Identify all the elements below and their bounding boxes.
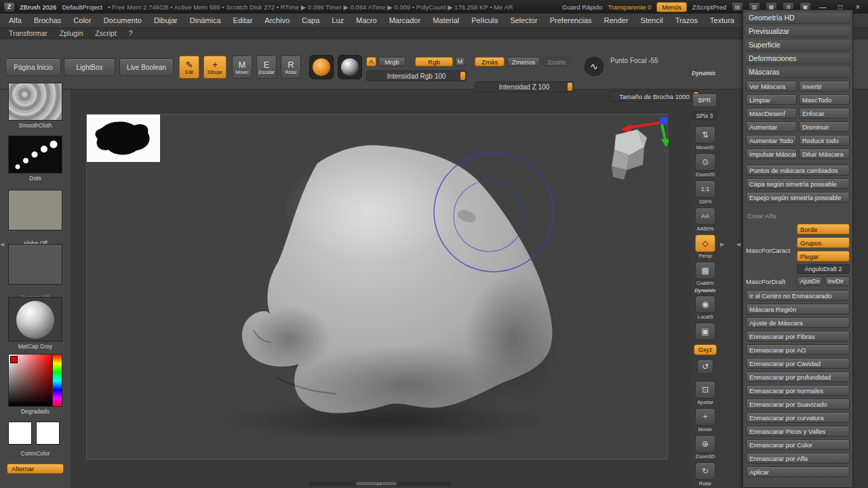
texture-thumbnail[interactable] — [8, 244, 62, 285]
m-toggle-button[interactable]: M — [455, 57, 465, 66]
brush-selector[interactable]: SmoothCloth — [8, 83, 62, 129]
limpiar-button[interactable]: Limpiar — [746, 94, 797, 105]
diluir-mascara-button[interactable]: Diluir Máscara — [799, 148, 850, 159]
alpha-thumbnail[interactable] — [8, 190, 62, 230]
enfocar-button[interactable]: Enfocar — [799, 108, 850, 119]
canvas-background[interactable] — [71, 89, 692, 488]
horizontal-scrollbar[interactable]: ▴▾ — [309, 481, 451, 486]
espejo-simetria-poseable-button[interactable]: Espejo según simetría poseable — [746, 192, 850, 203]
rgb-intensity-handle[interactable] — [460, 72, 465, 80]
tray-divider-arrow[interactable]: ◀ — [736, 241, 741, 247]
sculpt-viewport[interactable] — [87, 115, 669, 460]
menu-brochas[interactable]: Brochas — [28, 16, 67, 24]
stroke-selector[interactable]: Dots — [8, 136, 62, 182]
masctodo-button[interactable]: MascTodo — [799, 94, 850, 105]
main-color-swatch[interactable] — [8, 422, 32, 445]
ajusdir-button[interactable]: AjusDir — [797, 277, 823, 286]
aumentar-todo-button[interactable]: Aumentar Todo — [746, 135, 797, 146]
zcut-button[interactable]: Zcorte — [542, 57, 571, 66]
brush-thumbnail[interactable] — [8, 83, 62, 121]
disminuir-button[interactable]: Disminuir — [799, 121, 850, 132]
enmascarar-suavizado-button[interactable]: Enmascarar por Suavizado — [746, 399, 850, 409]
enmascarar-curvatura-button[interactable]: Enmascarar por curvatura — [746, 412, 850, 423]
menu-luz[interactable]: Luz — [326, 16, 350, 24]
alternate-button[interactable]: Alternar — [7, 464, 64, 474]
secondary-color-swatch[interactable] — [36, 422, 60, 445]
menu-pelicula[interactable]: Película — [465, 16, 504, 24]
close-button[interactable]: × — [852, 2, 864, 12]
enmascarar-alfa-button[interactable]: Enmascarar por Alfa — [746, 453, 850, 464]
move-mode-button[interactable]: M Mover — [232, 56, 252, 79]
menu-color[interactable]: Color — [67, 16, 97, 24]
bpr-render-button[interactable]: BPR — [692, 94, 717, 107]
rgb-button[interactable]: Rgb — [415, 57, 453, 66]
menu-render[interactable]: Render — [598, 16, 635, 24]
scale-mode-button[interactable]: E Escalar — [256, 56, 277, 79]
stroke-thumbnail[interactable] — [8, 136, 62, 174]
focal-shift-slider[interactable]: Punto Focal -55 — [610, 57, 658, 64]
menu-help[interactable]: ? — [123, 29, 139, 37]
material-thumbnail[interactable] — [8, 297, 62, 342]
layout-grid-icon[interactable]: ▤ — [732, 2, 743, 12]
zoom2d-button[interactable]: ⊙ Zoom2D — [692, 153, 719, 178]
menu-zscript[interactable]: Zscript — [89, 29, 123, 37]
color-picker[interactable]: Degradado — [8, 354, 62, 415]
menu-preferencias[interactable]: Preferencias — [544, 16, 598, 24]
switch-color-label[interactable]: ConmColor — [8, 449, 62, 457]
enmascarar-color-button[interactable]: Enmascarar por Color — [746, 439, 850, 450]
z-intensity-slider[interactable]: Intensidad Z 100 — [475, 81, 574, 92]
draw-mode-button[interactable]: + Dibujar — [203, 56, 226, 79]
zadd-button[interactable]: Zmás — [475, 57, 505, 66]
gradient-label[interactable]: Degradado — [8, 407, 62, 415]
menu-archivo[interactable]: Archivo — [258, 16, 296, 24]
invdir-button[interactable]: InvDir — [825, 277, 850, 286]
ver-mascara-button[interactable]: Ver Máscara — [746, 81, 797, 92]
current-material-button[interactable] — [338, 55, 362, 79]
frame-button[interactable]: ⊡ Ajustar — [692, 381, 719, 405]
menu-editar[interactable]: Editar — [227, 16, 259, 24]
mascara-region-button[interactable]: Máscara Región — [746, 304, 850, 314]
mascdesenf-button[interactable]: MascDesenf — [746, 108, 797, 119]
enmascarar-fibras-button[interactable]: Enmascarar por Fibras — [746, 331, 850, 342]
capa-simetria-poseable-button[interactable]: Capa según simetría poseable — [746, 178, 850, 189]
menu-dibujar[interactable]: Dibujar — [148, 16, 184, 24]
ajuste-de-mascara-button[interactable]: Ajuste de Máscara — [746, 317, 850, 328]
perspective-button[interactable]: ◇ Persp — [692, 235, 719, 259]
section-geometria-hd[interactable]: Geometría HD — [746, 13, 850, 24]
menu-textura[interactable]: Textura — [704, 16, 741, 24]
aplicar-button[interactable]: Aplicar — [746, 466, 850, 477]
dynamic-rail-label[interactable]: Dynamic — [692, 287, 719, 293]
enmascarar-normales-button[interactable]: Enmascarar por normales — [746, 385, 850, 396]
material-selector[interactable]: MatCap Gray — [8, 297, 62, 350]
color-picker-area[interactable] — [8, 354, 62, 407]
reducir-todo-button[interactable]: Reducir todo — [799, 135, 850, 146]
impulsar-mascara-button[interactable]: Impulsar Máscara — [746, 148, 797, 159]
menu-dinamica[interactable]: Dinámica — [184, 16, 227, 24]
rotate-mode-button[interactable]: R Rotar — [281, 56, 301, 79]
left-panel-collapse-arrow[interactable]: ◀ — [0, 241, 4, 247]
aumentar-button[interactable]: Aumentar — [746, 121, 797, 132]
actual-size-button[interactable]: 1:1 100% — [692, 180, 719, 205]
menu-documento[interactable]: Documento — [98, 16, 148, 24]
draw-size-slider[interactable]: Tamaño de Brocha 1000 — [609, 91, 700, 102]
section-previsualizar[interactable]: Previsualizar — [746, 26, 850, 37]
z-intensity-handle[interactable] — [568, 83, 572, 91]
section-mascaras[interactable]: Máscaras — [746, 67, 850, 78]
floor-grid-button[interactable]: ▦ Cuadric — [692, 262, 719, 286]
edit-mode-button[interactable]: ✎ Edit — [179, 56, 199, 79]
local-symmetry-button[interactable]: ◉ LocalS — [692, 296, 719, 320]
menu-macro[interactable]: Macro — [350, 16, 383, 24]
section-superficie[interactable]: Superficie — [746, 40, 850, 51]
menu-trazos[interactable]: Trazos — [669, 16, 704, 24]
enmascarar-cavidad-button[interactable]: Enmascarar por Cavidad — [746, 358, 850, 369]
menu-zplugin[interactable]: Zplugin — [54, 29, 89, 37]
lazy-mouse-icon[interactable]: ∿ — [583, 56, 605, 77]
gxyz-button[interactable]: Gxyz — [692, 344, 719, 355]
frame-mesh-button[interactable]: ▣ — [692, 323, 719, 340]
rgb-intensity-slider[interactable]: Intensidad Rgb 100 — [366, 70, 467, 81]
plegar-button[interactable]: Plegar — [797, 251, 850, 262]
hue-strip[interactable] — [53, 354, 62, 407]
menu-selector[interactable]: Selector — [504, 16, 543, 24]
lightbox-button[interactable]: LightBox — [64, 58, 115, 76]
live-boolean-button[interactable]: Live Boolean — [119, 58, 174, 76]
